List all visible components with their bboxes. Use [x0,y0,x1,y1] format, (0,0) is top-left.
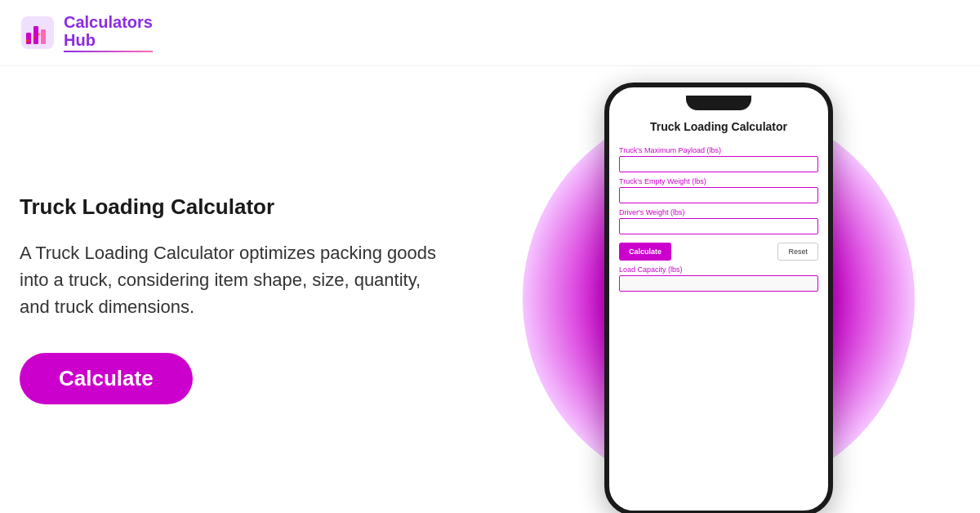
phone-result-label: Load Capacity (lbs) [619,265,818,274]
phone-content: Truck Loading Calculator Truck's Maximum… [609,114,828,511]
phone-result-input[interactable] [619,275,818,292]
phone-input-driver-weight[interactable] [619,218,818,234]
phone-app-title: Truck Loading Calculator [619,120,818,133]
phone-notch-area [609,87,828,114]
phone-label-driver-weight: Driver's Weight (lbs) [619,208,818,216]
svg-point-6 [38,33,41,36]
left-panel: Truck Loading Calculator A Truck Loading… [20,83,477,513]
page-title: Truck Loading Calculator [20,194,444,220]
phone-buttons: Calculate Reset [619,243,818,261]
logo-icon [20,15,56,51]
phone-input-empty-weight[interactable] [619,187,818,203]
logo-underline [64,51,153,52]
phone-calculate-button[interactable]: Calculate [619,243,671,261]
phone-label-empty-weight: Truck's Empty Weight (lbs) [619,177,818,185]
logo-text-line2: Hub [64,31,153,49]
svg-rect-2 [33,26,38,44]
phone-notch [686,96,751,110]
logo-text-line1: Calculators [64,13,153,31]
svg-point-5 [33,37,36,39]
logo-text-container: Calculators Hub [64,13,153,52]
phone-mockup: Truck Loading Calculator Truck's Maximum… [604,83,833,513]
calculate-button[interactable]: Calculate [20,353,193,404]
phone-input-payload[interactable] [619,156,818,172]
main-content: Truck Loading Calculator A Truck Loading… [0,66,980,513]
right-panel: Truck Loading Calculator Truck's Maximum… [477,83,960,513]
phone-form: Truck's Maximum Payload (lbs) Truck's Em… [619,141,818,292]
svg-rect-3 [41,29,46,44]
page-description: A Truck Loading Calculator optimizes pac… [20,239,444,320]
svg-rect-1 [26,33,31,44]
phone-label-payload: Truck's Maximum Payload (lbs) [619,146,818,154]
header: Calculators Hub [0,0,980,66]
logo: Calculators Hub [20,13,153,52]
svg-point-4 [26,39,29,42]
phone-reset-button[interactable]: Reset [777,243,818,261]
